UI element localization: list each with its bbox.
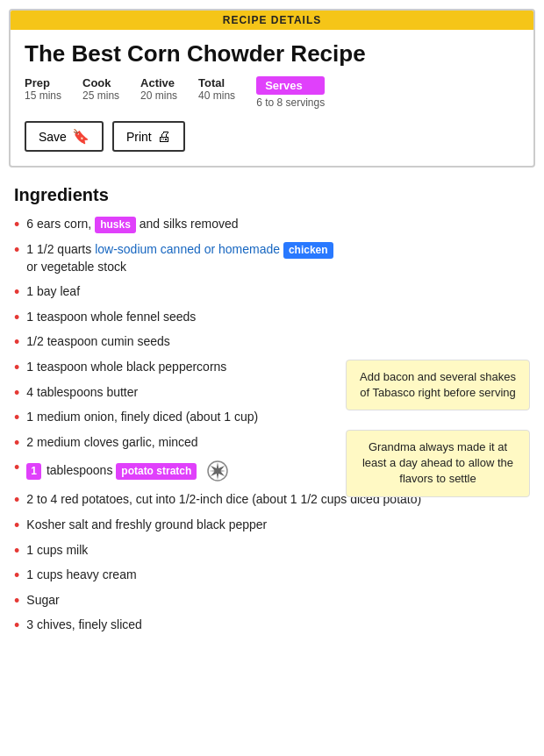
callout-2: Grandma always made it at least a day ah… xyxy=(346,430,530,497)
recipe-card-header: RECIPE DETAILS xyxy=(11,11,533,30)
starburst-icon xyxy=(205,459,230,483)
ingredients-title: Ingredients xyxy=(14,185,530,205)
callout1-text: Add bacon and several shakes of Tabasco … xyxy=(360,370,516,399)
ingredient-text: 1 teaspoon whole black peppercorns xyxy=(26,359,226,376)
list-item: • 1 cups heavy cream xyxy=(14,567,530,584)
ingredient-text: 2 medium cloves garlic, minced xyxy=(26,434,197,452)
bullet-icon: • xyxy=(14,242,19,258)
printer-icon: 🖨 xyxy=(157,129,171,145)
list-item: • 1 1/2 quarts low-sodium canned or home… xyxy=(14,241,530,275)
total-label: Total xyxy=(198,76,235,89)
ingredients-section: Ingredients Add bacon and several shakes… xyxy=(0,176,544,651)
bullet-icon: • xyxy=(14,543,19,559)
serves-meta: Serves 6 to 8 servings xyxy=(256,76,325,109)
bullet-icon: • xyxy=(14,360,19,375)
active-meta: Active 20 mins xyxy=(140,76,177,102)
print-button[interactable]: Print 🖨 xyxy=(112,121,185,152)
stock-link[interactable]: low-sodium canned or homemade xyxy=(95,242,280,256)
ingredient-text: 4 tablespoons butter xyxy=(26,384,138,402)
cook-value: 25 mins xyxy=(82,89,119,102)
bullet-icon: • xyxy=(14,435,19,451)
save-label: Save xyxy=(39,130,67,144)
number-tag: 1 xyxy=(26,463,41,480)
recipe-title: The Best Corn Chowder Recipe xyxy=(25,40,519,68)
recipe-card: RECIPE DETAILS The Best Corn Chowder Rec… xyxy=(9,9,535,168)
bullet-icon: • xyxy=(14,310,19,325)
potato-tag: potato stratch xyxy=(116,463,197,480)
chicken-tag: chicken xyxy=(283,242,333,259)
bullet-icon: • xyxy=(14,617,19,633)
ingredient-text: 1 1/2 quarts low-sodium canned or homema… xyxy=(26,241,337,275)
list-item: • 6 ears corn, husks and silks removed xyxy=(14,216,530,233)
print-label: Print xyxy=(126,130,152,144)
bookmark-icon: 🔖 xyxy=(72,128,89,145)
ingredient-text: Sugar xyxy=(26,592,59,610)
ingredient-text: 1 medium onion, finely diced (about 1 cu… xyxy=(26,409,258,426)
bullet-icon: • xyxy=(14,284,19,300)
header-label: RECIPE DETAILS xyxy=(223,14,321,26)
ingredient-text: 1/2 teaspoon cumin seeds xyxy=(26,333,169,351)
ingredient-text: 6 ears corn, husks and silks removed xyxy=(26,216,238,233)
bullet-icon: • xyxy=(14,593,19,609)
total-meta: Total 40 mins xyxy=(198,76,235,102)
bullet-icon: • xyxy=(14,460,19,475)
active-value: 20 mins xyxy=(140,89,177,102)
ingredient-text: Kosher salt and freshly ground black pep… xyxy=(26,517,267,534)
ingredient-text: 1 bay leaf xyxy=(26,283,80,301)
bullet-icon: • xyxy=(14,567,19,583)
cook-label: Cook xyxy=(82,76,119,89)
prep-value: 15 mins xyxy=(25,89,61,102)
list-item: • 1 bay leaf xyxy=(14,283,530,301)
prep-meta: Prep 15 mins xyxy=(25,76,61,102)
recipe-buttons: Save 🔖 Print 🖨 xyxy=(25,121,519,152)
bullet-icon: • xyxy=(14,217,19,232)
callout2-text: Grandma always made it at least a day ah… xyxy=(362,440,513,485)
list-item: • Kosher salt and freshly ground black p… xyxy=(14,517,530,534)
save-button[interactable]: Save 🔖 xyxy=(25,121,104,152)
ingredients-list: • 6 ears corn, husks and silks removed •… xyxy=(14,216,530,634)
ingredient-text: 3 chives, finely sliced xyxy=(26,617,142,634)
callout-1: Add bacon and several shakes of Tabasco … xyxy=(346,360,530,410)
recipe-card-body: The Best Corn Chowder Recipe Prep 15 min… xyxy=(11,30,533,166)
bullet-icon: • xyxy=(14,492,19,508)
list-item: • 1 medium onion, finely diced (about 1 … xyxy=(14,409,530,426)
prep-label: Prep xyxy=(25,76,61,89)
bullet-icon: • xyxy=(14,385,19,401)
ingredient-text: 1 tablespoons potato stratch xyxy=(26,459,230,483)
ingredients-with-callout: Add bacon and several shakes of Tabasco … xyxy=(14,216,530,634)
ingredient-text: 1 teaspoon whole fennel seeds xyxy=(26,309,196,326)
bullet-icon: • xyxy=(14,410,19,425)
bullet-icon: • xyxy=(14,517,19,533)
bullet-icon: • xyxy=(14,334,19,350)
ingredient-text: 1 cups milk xyxy=(26,542,88,560)
husks-tag: husks xyxy=(95,217,136,233)
active-label: Active xyxy=(140,76,177,89)
list-item: • Sugar xyxy=(14,592,530,610)
list-item: • 1 cups milk xyxy=(14,542,530,560)
cook-meta: Cook 25 mins xyxy=(82,76,119,102)
total-value: 40 mins xyxy=(198,89,235,102)
serves-badge: Serves xyxy=(256,76,325,95)
list-item: • 1/2 teaspoon cumin seeds xyxy=(14,333,530,351)
serves-value: 6 to 8 servings xyxy=(256,96,325,109)
ingredient-text: 1 cups heavy cream xyxy=(26,567,136,584)
list-item: • 1 teaspoon whole fennel seeds xyxy=(14,309,530,326)
list-item: • 3 chives, finely sliced xyxy=(14,617,530,634)
recipe-meta: Prep 15 mins Cook 25 mins Active 20 mins… xyxy=(25,76,519,109)
